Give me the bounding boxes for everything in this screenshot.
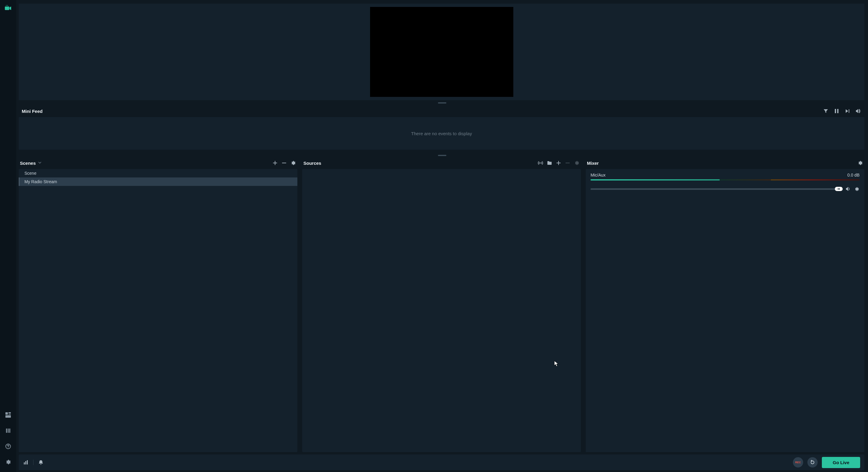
middle-resize-handle[interactable] [16, 153, 868, 158]
svg-rect-12 [837, 109, 838, 113]
add-scene-icon[interactable] [272, 160, 278, 166]
scene-settings-icon[interactable] [290, 160, 296, 166]
svg-rect-4 [8, 414, 11, 415]
source-settings-icon[interactable] [574, 160, 580, 166]
scene-item[interactable]: Scene [19, 169, 298, 177]
svg-point-0 [6, 5, 6, 6]
svg-point-1 [7, 5, 8, 6]
svg-rect-17 [27, 460, 28, 465]
settings-nav-icon[interactable] [3, 457, 13, 467]
skip-icon[interactable] [844, 108, 850, 114]
filter-icon[interactable] [823, 108, 829, 114]
svg-rect-13 [849, 109, 849, 113]
undo-button[interactable] [807, 457, 818, 468]
notifications-icon[interactable] [38, 459, 44, 465]
stats-icon[interactable] [23, 459, 29, 465]
status-bar: REC Go Live [19, 454, 864, 470]
volume-slider[interactable] [591, 188, 843, 190]
scenes-title: Scenes [20, 160, 36, 166]
svg-point-10 [8, 447, 8, 448]
sources-title: Sources [303, 160, 321, 166]
svg-rect-5 [5, 415, 11, 418]
chevron-down-icon[interactable] [38, 162, 41, 164]
mini-feed-title: Mini Feed [22, 109, 42, 114]
sources-panel: Sources [302, 158, 581, 452]
svg-rect-15 [24, 462, 25, 465]
level-meter [591, 179, 860, 180]
scenes-panel: Scenes [19, 158, 298, 452]
svg-rect-2 [5, 412, 8, 415]
mini-feed-body: There are no events to display [19, 117, 864, 150]
sources-list[interactable] [302, 169, 581, 452]
add-source-icon[interactable] [556, 160, 562, 166]
folder-icon[interactable] [547, 160, 553, 166]
channel-settings-icon[interactable] [854, 186, 860, 192]
svg-rect-7 [8, 429, 9, 433]
svg-rect-8 [9, 429, 10, 433]
channel-name: Mic/Aux [591, 173, 606, 177]
go-live-button[interactable]: Go Live [822, 457, 860, 468]
app-logo-icon [3, 3, 13, 13]
channel-level: 0.0 dB [847, 173, 860, 177]
svg-rect-16 [25, 461, 26, 465]
editor-nav-icon[interactable] [3, 410, 13, 420]
preview-area[interactable] [19, 4, 864, 100]
svg-point-14 [540, 163, 541, 163]
svg-rect-6 [6, 429, 7, 433]
remove-source-icon[interactable] [565, 160, 570, 166]
help-nav-icon[interactable] [3, 441, 13, 451]
volume-icon[interactable] [855, 108, 861, 114]
pause-icon[interactable] [834, 108, 840, 114]
mixer-panel: Mixer Mic/Aux 0.0 dB [586, 158, 864, 452]
broadcast-icon[interactable] [537, 160, 544, 166]
svg-rect-11 [835, 109, 836, 113]
mini-feed-empty-text: There are no events to display [411, 131, 472, 136]
scene-item[interactable]: My Radio Stream [19, 177, 298, 186]
remove-scene-icon[interactable] [281, 160, 287, 166]
mixer-channel: Mic/Aux 0.0 dB [586, 169, 864, 196]
divider [33, 460, 33, 465]
sidebar [0, 0, 16, 472]
channel-volume-icon[interactable] [845, 186, 851, 192]
scenes-list: Scene My Radio Stream [19, 169, 298, 452]
top-resize-handle[interactable] [16, 100, 868, 106]
preview-canvas[interactable] [370, 7, 513, 97]
slider-thumb[interactable] [835, 187, 843, 191]
stats-nav-icon[interactable] [3, 425, 13, 436]
mixer-settings-icon[interactable] [857, 160, 863, 166]
svg-rect-3 [8, 412, 11, 413]
record-button[interactable]: REC [793, 457, 803, 468]
mixer-title: Mixer [587, 160, 599, 166]
